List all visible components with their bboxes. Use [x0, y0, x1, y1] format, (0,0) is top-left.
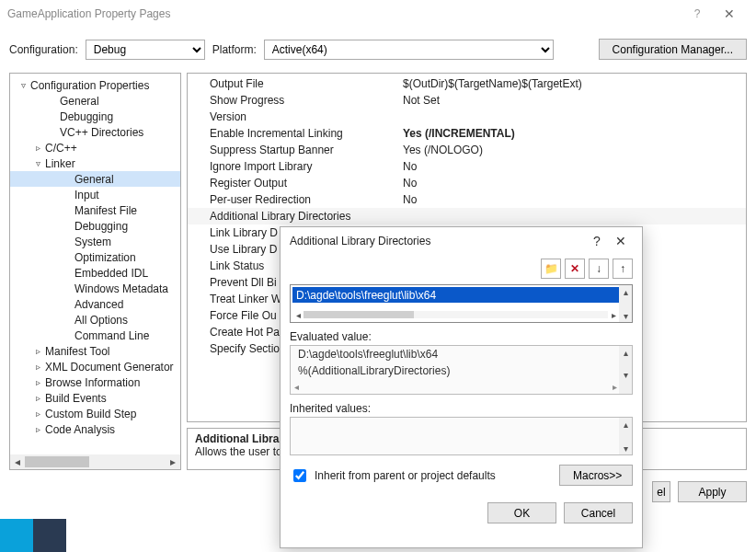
- tree-item[interactable]: ▿Linker: [10, 155, 180, 171]
- move-down-icon[interactable]: ↓: [589, 259, 609, 279]
- move-up-icon[interactable]: ↑: [613, 259, 633, 279]
- tree-item[interactable]: Optimization: [10, 249, 180, 265]
- eval-line-1: %(AdditionalLibraryDirectories): [291, 362, 632, 379]
- property-row[interactable]: Additional Library Directories: [188, 208, 746, 224]
- cancel-button[interactable]: Cancel: [564, 502, 633, 523]
- titlebar: GameApplication Property Pages ? ✕: [0, 0, 756, 28]
- property-row[interactable]: Ignore Import LibraryNo: [188, 158, 746, 175]
- paths-listbox[interactable]: D:\agde\tools\freeglut\lib\x64 ▴ ▾ ◂ ▸: [290, 284, 633, 323]
- tree-item[interactable]: Advanced: [10, 296, 180, 312]
- tree-item[interactable]: System: [10, 234, 180, 249]
- tree-item-label: VC++ Directories: [58, 126, 143, 139]
- property-value[interactable]: No: [399, 193, 746, 206]
- tree-item[interactable]: VC++ Directories: [10, 124, 180, 140]
- delete-icon[interactable]: ✕: [565, 259, 585, 279]
- tree-arrow-icon[interactable]: ▹: [32, 393, 43, 403]
- tree-arrow-icon[interactable]: ▹: [32, 143, 43, 153]
- tree-h-scrollbar[interactable]: ◂ ▸: [10, 454, 180, 469]
- inherit-checkbox[interactable]: [293, 469, 306, 482]
- tree-item[interactable]: Debugging: [10, 109, 180, 124]
- inherit-label: Inherit from parent or project defaults: [315, 469, 496, 482]
- scroll-left-icon[interactable]: ◂: [10, 454, 25, 469]
- tree-item-label: General: [73, 173, 114, 186]
- tree-item[interactable]: ▹Code Analysis: [10, 421, 180, 437]
- apply-button[interactable]: Apply: [678, 481, 747, 502]
- tree-item-label: Advanced: [73, 298, 123, 311]
- scroll-down-icon[interactable]: ▾: [619, 309, 632, 322]
- inherited-box: ▴ ▾: [290, 417, 633, 455]
- new-folder-icon[interactable]: 📁: [541, 259, 561, 279]
- property-key: Enable Incremental Linking: [188, 127, 399, 140]
- close-icon[interactable]: ✕: [710, 6, 749, 21]
- configuration-manager-button[interactable]: Configuration Manager...: [599, 39, 747, 60]
- property-row[interactable]: Register OutputNo: [188, 175, 746, 191]
- tree-item[interactable]: ▹Custom Build Step: [10, 406, 180, 421]
- tree-item[interactable]: ▹C/C++: [10, 140, 180, 155]
- tree-arrow-icon[interactable]: ▿: [17, 80, 29, 90]
- tree-item-label: Custom Build Step: [43, 408, 136, 420]
- platform-label: Platform:: [212, 43, 257, 56]
- tree-item[interactable]: Command Line: [10, 328, 180, 343]
- property-row[interactable]: Enable Incremental LinkingYes (/INCREMEN…: [188, 125, 746, 142]
- inherited-label: Inherited values:: [281, 395, 642, 417]
- cancel-button-behind[interactable]: el: [652, 481, 670, 502]
- tree-item[interactable]: ▹Build Events: [10, 390, 180, 406]
- tree-item[interactable]: ▿Configuration Properties: [10, 77, 180, 93]
- property-value[interactable]: Not Set: [399, 94, 746, 107]
- tree-item[interactable]: Manifest File: [10, 202, 180, 218]
- tree-arrow-icon[interactable]: ▹: [32, 377, 43, 387]
- listbox-h-scrollbar[interactable]: ◂ ▸: [292, 309, 619, 320]
- tree-arrow-icon[interactable]: ▿: [32, 158, 43, 168]
- eval-v-scrollbar[interactable]: ▴ ▾: [619, 346, 632, 394]
- property-value[interactable]: No: [399, 177, 746, 190]
- property-row[interactable]: Output File$(OutDir)$(TargetName)$(Targe…: [188, 75, 746, 92]
- tree-item[interactable]: All Options: [10, 312, 180, 328]
- macros-button[interactable]: Macros>>: [559, 465, 633, 486]
- selected-path[interactable]: D:\agde\tools\freeglut\lib\x64: [292, 287, 619, 303]
- tree-item[interactable]: Input: [10, 187, 180, 202]
- property-value[interactable]: Yes (/INCREMENTAL): [399, 127, 746, 140]
- platform-select[interactable]: Active(x64): [264, 40, 554, 60]
- listbox-v-scrollbar[interactable]: ▴ ▾: [619, 285, 632, 322]
- tree-item-label: Manifest Tool: [43, 345, 109, 358]
- tree-item-label: Build Events: [43, 392, 107, 405]
- configuration-select[interactable]: Debug: [86, 40, 205, 60]
- property-row[interactable]: Per-user RedirectionNo: [188, 191, 746, 208]
- nav-tree[interactable]: ▿Configuration PropertiesGeneralDebuggin…: [9, 73, 181, 470]
- h-left-icon[interactable]: ◂: [292, 310, 304, 320]
- property-value[interactable]: No: [399, 160, 746, 173]
- dialog-help-icon[interactable]: ?: [585, 234, 609, 248]
- tree-item[interactable]: General: [10, 171, 180, 187]
- property-row[interactable]: Version: [188, 109, 746, 125]
- property-row[interactable]: Suppress Startup BannerYes (/NOLOGO): [188, 142, 746, 158]
- tree-item[interactable]: ▹XML Document Generator: [10, 359, 180, 374]
- tree-item[interactable]: Debugging: [10, 218, 180, 234]
- tree-item-label: XML Document Generator: [43, 361, 174, 374]
- tree-arrow-icon[interactable]: ▹: [32, 346, 43, 356]
- tree-item[interactable]: Windows Metadata: [10, 281, 180, 296]
- tree-item-label: Code Analysis: [43, 423, 115, 436]
- tree-arrow-icon[interactable]: ▹: [32, 362, 43, 372]
- scroll-right-icon[interactable]: ▸: [166, 454, 180, 469]
- property-key: Additional Library Directories: [188, 210, 399, 223]
- tree-item[interactable]: ▹Browse Information: [10, 374, 180, 390]
- tree-arrow-icon[interactable]: ▹: [32, 424, 43, 434]
- eval-h-left-icon[interactable]: ◂: [294, 382, 299, 392]
- property-row[interactable]: Show ProgressNot Set: [188, 92, 746, 109]
- eval-h-right-icon[interactable]: ▸: [613, 382, 617, 392]
- scroll-up-icon[interactable]: ▴: [619, 285, 632, 298]
- dialog-close-icon[interactable]: ✕: [609, 234, 633, 248]
- h-right-icon[interactable]: ▸: [608, 310, 619, 320]
- dialog-title: Additional Library Directories: [290, 235, 430, 247]
- tree-item-label: C/C++: [43, 142, 77, 155]
- help-icon[interactable]: ?: [684, 7, 710, 20]
- property-value[interactable]: Yes (/NOLOGO): [399, 144, 746, 156]
- property-value[interactable]: $(OutDir)$(TargetName)$(TargetExt): [399, 77, 746, 90]
- inh-v-scrollbar[interactable]: ▴ ▾: [619, 418, 632, 454]
- ok-button[interactable]: OK: [487, 502, 556, 523]
- tree-arrow-icon[interactable]: ▹: [32, 408, 43, 419]
- taskbar-fragment: [0, 519, 66, 552]
- tree-item[interactable]: ▹Manifest Tool: [10, 343, 180, 359]
- tree-item[interactable]: Embedded IDL: [10, 265, 180, 281]
- tree-item[interactable]: General: [10, 93, 180, 109]
